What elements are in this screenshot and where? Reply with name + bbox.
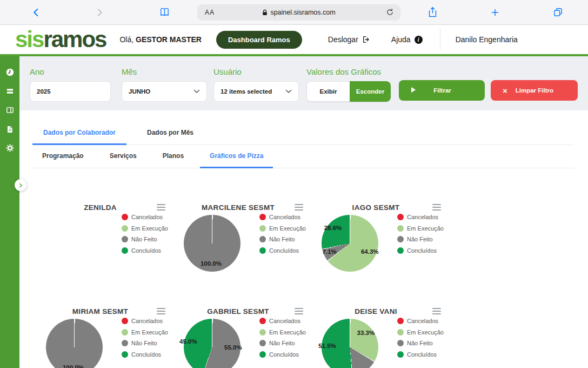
legend-dot-icon: [122, 329, 128, 336]
legend-dot-icon: [122, 340, 128, 346]
pie-area: 55.0%45.0%: [184, 319, 240, 368]
pie-percent-label: 100.0%: [63, 364, 84, 368]
tab-dados-por-colaborador[interactable]: Dados por Colaborador: [32, 129, 126, 145]
pie-percent-label: 64.3%: [361, 248, 379, 255]
dashboard-ramos-button[interactable]: Dashboard Ramos: [216, 31, 302, 49]
chart-legend: CanceladosEm ExecuçãoNão FeitoConcluídos: [397, 318, 444, 362]
tab-servicos[interactable]: Serviços: [100, 152, 146, 168]
legend-dot-icon: [397, 351, 404, 358]
close-icon: [503, 86, 507, 95]
document-icon[interactable]: [0, 120, 19, 139]
legend-item: Não Feito: [122, 236, 168, 242]
legend-label: Concluídos: [131, 351, 161, 358]
legend-dot-icon: [122, 247, 128, 254]
month-label: Mês: [122, 67, 207, 76]
logout-link[interactable]: Deslogar: [328, 35, 371, 44]
legend-label: Cancelados: [407, 318, 438, 324]
chart-menu-icon[interactable]: [432, 306, 441, 316]
tab-programacao[interactable]: Programação: [32, 152, 93, 168]
legend-item: Concluídos: [259, 247, 306, 254]
tab-dados-por-mes[interactable]: Dados por Mês: [136, 129, 204, 145]
pie-area: [46, 215, 103, 272]
bookmarks-icon[interactable]: [157, 5, 172, 20]
lock-icon: [262, 9, 268, 16]
share-icon[interactable]: [425, 5, 440, 20]
legend-item: Em Execução: [122, 329, 168, 336]
pie-area: 64.3%7.1%28.6%: [322, 215, 378, 272]
user-label: Usuário: [213, 67, 299, 76]
legend-dot-icon: [397, 225, 404, 232]
legend-label: Cancelados: [407, 214, 438, 220]
pie-chart-block: GABRIEL SESMT55.0%45.0%CanceladosEm Exec…: [162, 307, 300, 368]
legend-dot-icon: [259, 236, 266, 242]
legend-item: Em Execução: [259, 225, 306, 232]
legend-label: Não Feito: [407, 236, 433, 242]
show-hide-toggle: Exibir Esconder: [306, 81, 391, 102]
legend-item: Cancelados: [122, 318, 168, 324]
pie-percent-label: 51.5%: [318, 343, 336, 349]
user-multiselect[interactable]: 12 items selected: [213, 81, 299, 102]
chart-menu-icon[interactable]: [432, 202, 441, 212]
logout-icon: [362, 35, 371, 44]
reload-icon[interactable]: [382, 5, 397, 20]
clear-filter-button[interactable]: Limpar Filtro: [491, 80, 578, 101]
filter-section: Ano 2025 Mês JUNHO Usuário 12 items sele…: [19, 56, 588, 110]
columns-icon[interactable]: [0, 101, 19, 120]
address-url-wrap: spainel.sisramos.com: [197, 9, 400, 16]
chevron-down-icon: [193, 89, 200, 94]
user-role: GESTOR MASTER: [136, 35, 202, 44]
legend-label: Em Execução: [407, 329, 444, 336]
chart-title: ZENILDA: [44, 203, 157, 212]
legend-item: Não Feito: [397, 236, 444, 242]
logo-sis: sis: [15, 27, 43, 52]
show-values-button[interactable]: Exibir: [306, 81, 350, 102]
tab-overview-icon[interactable]: [550, 5, 565, 20]
legend-dot-icon: [397, 247, 404, 254]
legend-dot-icon: [259, 225, 266, 232]
help-link[interactable]: Ajuda: [391, 35, 423, 44]
sidebar-expand-button[interactable]: [15, 179, 26, 191]
list-icon[interactable]: [0, 82, 19, 101]
legend-label: Não Feito: [407, 340, 433, 346]
pie-percent-label: 33.3%: [357, 330, 375, 336]
new-tab-icon[interactable]: [487, 5, 503, 20]
month-select[interactable]: JUNHO: [122, 81, 207, 102]
chevron-right-icon: [18, 183, 23, 188]
main-content: Dados por Colaborador Dados por Mês Prog…: [19, 110, 588, 368]
legend-label: Cancelados: [269, 318, 300, 324]
address-bar[interactable]: AA spainel.sisramos.com: [197, 4, 400, 21]
help-label: Ajuda: [391, 35, 411, 44]
legend-label: Em Execução: [407, 225, 444, 232]
legend-label: Cancelados: [269, 214, 300, 220]
legend-label: Concluídos: [407, 247, 437, 254]
legend-item: Cancelados: [397, 214, 444, 220]
legend-item: Em Execução: [397, 225, 444, 232]
tab-planos[interactable]: Planos: [153, 152, 193, 168]
tab-graficos-de-pizza[interactable]: Gráficos de Pizza: [200, 152, 273, 168]
legend-label: Cancelados: [131, 318, 163, 324]
legend-item: Concluídos: [397, 351, 444, 358]
chart-legend: CanceladosEm ExecuçãoNão FeitoConcluídos: [259, 318, 306, 362]
year-input[interactable]: 2025: [30, 81, 111, 102]
chart-legend: CanceladosEm ExecuçãoNão FeitoConcluídos: [122, 214, 168, 258]
legend-item: Concluídos: [122, 247, 168, 254]
hide-values-button[interactable]: Esconder: [350, 81, 391, 102]
legend-dot-icon: [259, 351, 266, 358]
pie-area: 33.3%51.5%: [322, 319, 378, 368]
primary-tabs: Dados por Colaborador Dados por Mês: [32, 110, 574, 145]
legend-label: Concluídos: [131, 247, 161, 254]
secondary-tabs: Programação Serviços Planos Gráficos de …: [32, 152, 574, 168]
pie-percent-label: 28.6%: [324, 225, 342, 231]
pie-chart-block: IAGO SESMT64.3%7.1%28.6%CanceladosEm Exe…: [300, 203, 438, 284]
back-icon[interactable]: [29, 5, 44, 20]
chart-legend: CanceladosEm ExecuçãoNão FeitoConcluídos: [397, 214, 444, 258]
legend-dot-icon: [397, 329, 404, 336]
legend-dot-icon: [259, 340, 266, 346]
pie-chart-block: DEISE VANI33.3%51.5%CanceladosEm Execuçã…: [300, 307, 438, 368]
filter-button[interactable]: Filtrar: [399, 80, 485, 101]
gear-icon[interactable]: [0, 139, 19, 157]
dashboard-clock-icon[interactable]: [0, 63, 19, 82]
forward-icon[interactable]: [92, 5, 107, 20]
legend-item: Em Execução: [259, 329, 306, 336]
page: AA spainel.sisramos.com sisramos Olá, GE…: [0, 0, 588, 368]
